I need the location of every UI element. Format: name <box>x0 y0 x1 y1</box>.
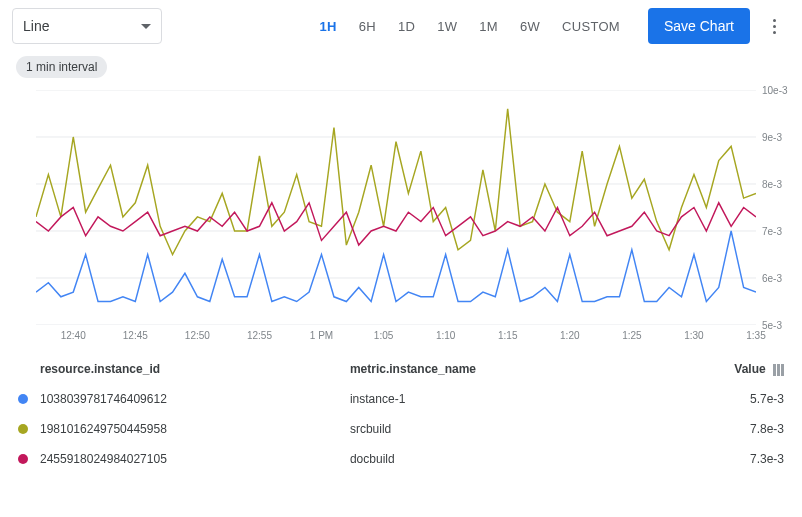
legend-table: resource.instance_id metric.instance_nam… <box>12 354 790 474</box>
toolbar: Line 1H6H1D1W1M6WCUSTOM Save Chart <box>12 8 790 44</box>
x-tick-label: 1:20 <box>560 330 579 341</box>
series-line[interactable] <box>36 203 756 245</box>
y-tick-label: 10e-3 <box>762 85 788 96</box>
chart-type-label: Line <box>23 18 141 34</box>
chart-area: 5e-36e-37e-38e-39e-310e-3 12:4012:4512:5… <box>12 84 790 344</box>
cell-instance-id: 1038039781746409612 <box>34 384 344 414</box>
y-tick-label: 6e-3 <box>762 273 782 284</box>
y-tick-label: 5e-3 <box>762 320 782 331</box>
app-root: Line 1H6H1D1W1M6WCUSTOM Save Chart 1 min… <box>0 0 802 486</box>
time-range-custom[interactable]: CUSTOM <box>552 13 630 40</box>
col-instance-name[interactable]: metric.instance_name <box>344 354 652 384</box>
y-tick-label: 8e-3 <box>762 179 782 190</box>
x-tick-label: 1:10 <box>436 330 455 341</box>
series-line[interactable] <box>36 109 756 255</box>
x-tick-label: 1:05 <box>374 330 393 341</box>
y-tick-label: 7e-3 <box>762 226 782 237</box>
x-tick-label: 1:25 <box>622 330 641 341</box>
series-swatch <box>18 424 28 434</box>
time-range-1h[interactable]: 1H <box>310 13 347 40</box>
col-instance-id[interactable]: resource.instance_id <box>34 354 344 384</box>
x-tick-label: 12:55 <box>247 330 272 341</box>
chevron-down-icon <box>141 24 151 29</box>
save-chart-button[interactable]: Save Chart <box>648 8 750 44</box>
x-tick-label: 1 PM <box>310 330 333 341</box>
table-row[interactable]: 1038039781746409612instance-15.7e-3 <box>12 384 790 414</box>
time-range-1w[interactable]: 1W <box>427 13 467 40</box>
interval-chip[interactable]: 1 min interval <box>16 56 107 78</box>
series-swatch <box>18 454 28 464</box>
y-axis: 5e-36e-37e-38e-39e-310e-3 <box>758 90 790 325</box>
x-tick-label: 12:45 <box>123 330 148 341</box>
cell-value: 7.3e-3 <box>652 444 790 474</box>
cell-instance-name: instance-1 <box>344 384 652 414</box>
time-range-1d[interactable]: 1D <box>388 13 425 40</box>
cell-instance-name: docbuild <box>344 444 652 474</box>
x-tick-label: 1:30 <box>684 330 703 341</box>
chart-plot[interactable] <box>36 90 756 325</box>
chart-type-select[interactable]: Line <box>12 8 162 44</box>
series-line[interactable] <box>36 231 756 302</box>
cell-instance-name: srcbuild <box>344 414 652 444</box>
time-range-1m[interactable]: 1M <box>469 13 508 40</box>
x-tick-label: 1:15 <box>498 330 517 341</box>
x-tick-label: 12:40 <box>61 330 86 341</box>
cell-value: 7.8e-3 <box>652 414 790 444</box>
more-menu-button[interactable] <box>758 10 790 42</box>
x-tick-label: 12:50 <box>185 330 210 341</box>
x-tick-label: 1:35 <box>746 330 765 341</box>
time-range-group: 1H6H1D1W1M6WCUSTOM <box>310 13 630 40</box>
columns-icon[interactable] <box>773 364 784 376</box>
cell-instance-id: 1981016249750445958 <box>34 414 344 444</box>
time-range-6h[interactable]: 6H <box>349 13 386 40</box>
series-swatch <box>18 394 28 404</box>
time-range-6w[interactable]: 6W <box>510 13 550 40</box>
x-axis: 12:4012:4512:5012:551 PM1:051:101:151:20… <box>36 330 756 344</box>
table-row[interactable]: 1981016249750445958srcbuild7.8e-3 <box>12 414 790 444</box>
table-row[interactable]: 2455918024984027105docbuild7.3e-3 <box>12 444 790 474</box>
cell-value: 5.7e-3 <box>652 384 790 414</box>
cell-instance-id: 2455918024984027105 <box>34 444 344 474</box>
y-tick-label: 9e-3 <box>762 132 782 143</box>
col-value[interactable]: Value <box>652 354 790 384</box>
